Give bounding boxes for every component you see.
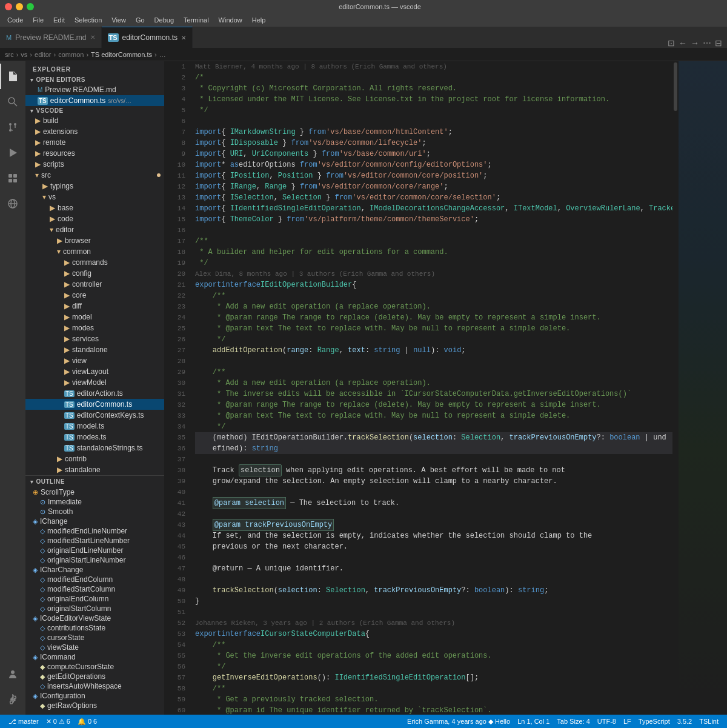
folder-standalone[interactable]: ▶standalone bbox=[25, 344, 164, 355]
errors-item[interactable]: ✕ 0 ⚠ 6 bbox=[42, 715, 74, 728]
folder-resources[interactable]: ▶resources bbox=[25, 148, 164, 159]
outline-scrolltype[interactable]: ⊕ ScrollType bbox=[25, 487, 164, 497]
minimap[interactable] bbox=[679, 61, 727, 715]
folder-code[interactable]: ▶code bbox=[25, 213, 164, 224]
folder-remote[interactable]: ▶remote bbox=[25, 137, 164, 148]
customize-layout-button[interactable]: ⊟ bbox=[715, 38, 722, 48]
traffic-light-green[interactable] bbox=[27, 3, 34, 10]
encoding-item[interactable]: UTF-8 bbox=[594, 715, 620, 728]
ts-version-item[interactable]: 3.5.2 bbox=[674, 715, 695, 728]
menu-terminal[interactable]: Terminal bbox=[179, 15, 214, 25]
breadcrumb-vs[interactable]: vs bbox=[21, 51, 27, 58]
menu-window[interactable]: Window bbox=[214, 15, 247, 25]
folder-scripts[interactable]: ▶scripts bbox=[25, 159, 164, 170]
folder-services[interactable]: ▶services bbox=[25, 333, 164, 344]
outline-modifiedEndColumn[interactable]: ◇ modifiedEndColumn bbox=[25, 575, 164, 584]
breadcrumb-file[interactable]: TS editorCommon.ts bbox=[91, 51, 152, 58]
code-content[interactable]: Matt Bierner, 4 months ago | 8 authors (… bbox=[190, 61, 672, 715]
folder-build[interactable]: ▶build bbox=[25, 115, 164, 126]
menu-edit[interactable]: Edit bbox=[48, 15, 70, 25]
folder-standalone2[interactable]: ▶standalone bbox=[25, 464, 164, 475]
folder-modes[interactable]: ▶modes bbox=[25, 322, 164, 333]
outline-modifiedStartColumn[interactable]: ◇ modifiedStartColumn bbox=[25, 584, 164, 594]
activity-debug[interactable] bbox=[0, 140, 25, 165]
file-standalone-strings[interactable]: TSstandaloneStrings.ts bbox=[25, 442, 164, 453]
outline-modifiedStartLineNumber[interactable]: ◇ modifiedStartLineNumber bbox=[25, 536, 164, 546]
outline-smooth[interactable]: ⊙ Smooth bbox=[25, 507, 164, 516]
outline-ichange[interactable]: ◈ IChange bbox=[25, 516, 164, 526]
outline-icodeeditorviewstate[interactable]: ◈ ICodeEditorViewState bbox=[25, 613, 164, 623]
outline-immediate[interactable]: ⊙ Immediate bbox=[25, 497, 164, 507]
more-actions-button[interactable]: ⋯ bbox=[703, 38, 711, 48]
folder-typings[interactable]: ▶typings bbox=[25, 181, 164, 192]
breadcrumb-more[interactable]: … bbox=[159, 51, 166, 58]
open-editor-readme[interactable]: M Preview README.md bbox=[25, 84, 164, 95]
file-editorcontextkeys[interactable]: TSeditorContextKeys.ts bbox=[25, 410, 164, 421]
outline-viewState[interactable]: ◇ viewState bbox=[25, 643, 164, 652]
git-branch-item[interactable]: ⎇ master bbox=[5, 715, 42, 728]
position-item[interactable]: Ln 1, Col 1 bbox=[514, 715, 553, 728]
outline-originalEndColumn[interactable]: ◇ originalEndColumn bbox=[25, 594, 164, 604]
tab-close-preview[interactable]: ✕ bbox=[90, 34, 95, 41]
file-model[interactable]: TSmodel.ts bbox=[25, 421, 164, 432]
outline-originalEndLineNumber[interactable]: ◇ originalEndLineNumber bbox=[25, 546, 164, 555]
activity-extensions[interactable] bbox=[0, 165, 25, 191]
menu-view[interactable]: View bbox=[107, 15, 131, 25]
folder-editor[interactable]: ▾editor bbox=[25, 224, 164, 235]
info-item[interactable]: 🔔 0 6 bbox=[74, 715, 101, 728]
folder-core[interactable]: ▶core bbox=[25, 290, 164, 301]
language-item[interactable]: TypeScript bbox=[635, 715, 674, 728]
navigate-forward-button[interactable]: → bbox=[691, 38, 699, 48]
outline-iconfiguration[interactable]: ◈ IConfiguration bbox=[25, 691, 164, 701]
activity-source-control[interactable] bbox=[0, 115, 25, 140]
outline-originalStartLineNumber[interactable]: ◇ originalStartLineNumber bbox=[25, 555, 164, 565]
split-editor-button[interactable]: ⊡ bbox=[668, 38, 675, 48]
activity-settings[interactable] bbox=[0, 687, 25, 712]
folder-viewlayout[interactable]: ▶viewLayout bbox=[25, 366, 164, 377]
open-editors-section[interactable]: ▾ OPEN EDITORS bbox=[25, 75, 164, 84]
traffic-light-red[interactable] bbox=[5, 3, 12, 10]
traffic-light-yellow[interactable] bbox=[16, 3, 23, 10]
git-commit-item[interactable]: Erich Gamma, 4 years ago ◆ Hello bbox=[403, 715, 514, 728]
folder-common[interactable]: ▾common bbox=[25, 246, 164, 257]
outline-originalStartColumn[interactable]: ◇ originalStartColumn bbox=[25, 604, 164, 613]
outline-insertsAutoWhitespace[interactable]: ◇ insertsAutoWhitespace bbox=[25, 681, 164, 691]
outline-header[interactable]: ▾ OUTLINE bbox=[25, 476, 164, 487]
outline-getEditOperations[interactable]: ◆ getEditOperations bbox=[25, 672, 164, 681]
menu-go[interactable]: Go bbox=[131, 15, 150, 25]
folder-extensions[interactable]: ▶extensions bbox=[25, 126, 164, 137]
folder-diff[interactable]: ▶diff bbox=[25, 301, 164, 312]
folder-model[interactable]: ▶model bbox=[25, 312, 164, 322]
outline-computeCursorState[interactable]: ◆ computeCursorState bbox=[25, 662, 164, 672]
file-modes[interactable]: TSmodes.ts bbox=[25, 432, 164, 442]
folder-browser[interactable]: ▶browser bbox=[25, 235, 164, 246]
outline-getRawOptions[interactable]: ◆ getRawOptions bbox=[25, 701, 164, 710]
folder-config[interactable]: ▶config bbox=[25, 268, 164, 279]
scrollbar-thumb[interactable] bbox=[674, 62, 677, 111]
activity-account[interactable] bbox=[0, 661, 25, 687]
outline-icommand[interactable]: ◈ ICommand bbox=[25, 652, 164, 662]
outline-cursorState[interactable]: ◇ cursorState bbox=[25, 633, 164, 643]
activity-explorer[interactable] bbox=[0, 64, 25, 89]
tab-close-editor-common[interactable]: ✕ bbox=[181, 35, 186, 41]
folder-contrib[interactable]: ▶contrib bbox=[25, 453, 164, 464]
folder-src[interactable]: ▾src bbox=[25, 170, 164, 181]
outline-contributionsState[interactable]: ◇ contributionsState bbox=[25, 623, 164, 633]
menu-selection[interactable]: Selection bbox=[70, 15, 107, 25]
code-editor[interactable]: 1234567891011121314151617181920212223242… bbox=[165, 61, 679, 715]
tab-size-item[interactable]: Tab Size: 4 bbox=[553, 715, 593, 728]
vscode-section[interactable]: ▾ VSCODE bbox=[25, 106, 164, 115]
menu-debug[interactable]: Debug bbox=[150, 15, 179, 25]
folder-vs[interactable]: ▾vs bbox=[25, 192, 164, 202]
file-editoraction[interactable]: TSeditorAction.ts bbox=[25, 388, 164, 399]
breadcrumb-common[interactable]: common bbox=[58, 51, 84, 58]
open-editor-editorcommon[interactable]: TS editorCommon.ts src/vs/… bbox=[25, 95, 164, 106]
breadcrumb-src[interactable]: src bbox=[5, 51, 14, 58]
folder-view[interactable]: ▶view bbox=[25, 355, 164, 366]
navigate-back-button[interactable]: ← bbox=[679, 38, 687, 48]
file-editorcommon[interactable]: TSeditorCommon.ts bbox=[25, 399, 164, 410]
activity-search[interactable] bbox=[0, 89, 25, 115]
tab-editor-common[interactable]: TS editorCommon.ts ✕ bbox=[102, 27, 193, 48]
folder-commands[interactable]: ▶commands bbox=[25, 257, 164, 268]
menu-code[interactable]: Code bbox=[2, 15, 28, 25]
